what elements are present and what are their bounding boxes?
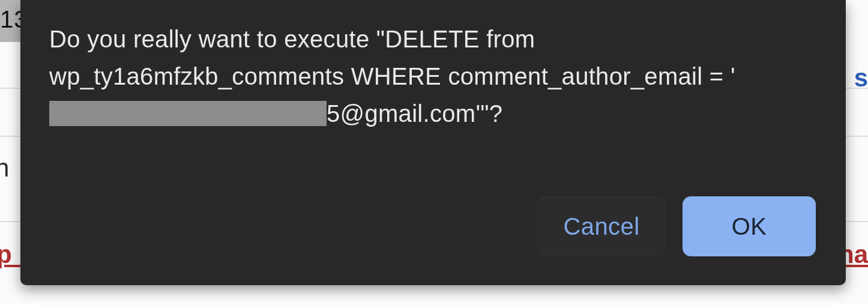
bg-number-fragment: 13 (0, 0, 20, 42)
redaction-trailing-char: 5 (327, 100, 340, 127)
ok-button[interactable]: OK (683, 196, 816, 256)
message-suffix: @gmail.com'"? (340, 100, 503, 127)
bg-text-fragment: s (854, 64, 868, 92)
confirm-message: Do you really want to execute "DELETE fr… (49, 20, 817, 196)
dialog-actions: Cancel OK (49, 196, 817, 267)
confirm-dialog: Do you really want to execute "DELETE fr… (20, 0, 846, 285)
redacted-email-local-part (49, 101, 327, 126)
cancel-button[interactable]: Cancel (537, 196, 666, 256)
bg-text-fragment: n (0, 154, 9, 183)
message-prefix: Do you really want to execute "DELETE fr… (49, 26, 735, 89)
